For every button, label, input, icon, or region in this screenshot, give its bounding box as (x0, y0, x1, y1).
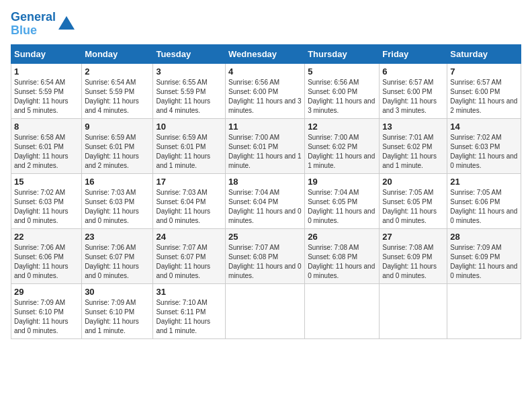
day-info: Sunrise: 6:58 AMSunset: 6:01 PMDaylight:… (14, 133, 79, 171)
day-number: 23 (85, 232, 150, 242)
calendar-cell: 6Sunrise: 6:57 AMSunset: 6:00 PMDaylight… (380, 63, 447, 118)
day-info: Sunrise: 7:00 AMSunset: 6:02 PMDaylight:… (308, 133, 376, 171)
day-number: 21 (450, 177, 518, 187)
calendar-cell: 3Sunrise: 6:55 AMSunset: 5:59 PMDaylight… (153, 63, 226, 118)
calendar-cell: 12Sunrise: 7:00 AMSunset: 6:02 PMDayligh… (305, 118, 380, 173)
day-number: 1 (14, 66, 79, 77)
day-info: Sunrise: 7:06 AMSunset: 6:06 PMDaylight:… (14, 243, 79, 281)
calendar-cell: 13Sunrise: 7:01 AMSunset: 6:02 PMDayligh… (380, 118, 447, 173)
calendar-row: 29Sunrise: 7:09 AMSunset: 6:10 PMDayligh… (11, 283, 521, 338)
day-number: 14 (450, 122, 518, 132)
calendar-cell: 19Sunrise: 7:04 AMSunset: 6:05 PMDayligh… (305, 173, 380, 228)
day-number: 28 (450, 232, 518, 242)
calendar-cell: 5Sunrise: 6:56 AMSunset: 6:00 PMDaylight… (305, 63, 380, 118)
calendar-cell: 10Sunrise: 6:59 AMSunset: 6:01 PMDayligh… (153, 118, 226, 173)
calendar-cell: 22Sunrise: 7:06 AMSunset: 6:06 PMDayligh… (11, 228, 82, 283)
calendar-table: Sunday Monday Tuesday Wednesday Thursday… (11, 44, 521, 339)
calendar-cell: 24Sunrise: 7:07 AMSunset: 6:07 PMDayligh… (153, 228, 226, 283)
col-saturday: Saturday (447, 44, 521, 63)
logo-icon (57, 15, 76, 34)
day-number: 30 (85, 287, 150, 297)
day-info: Sunrise: 7:04 AMSunset: 6:05 PMDaylight:… (308, 188, 376, 226)
day-info: Sunrise: 7:07 AMSunset: 6:07 PMDaylight:… (156, 243, 222, 281)
day-number: 29 (14, 287, 79, 297)
logo-text: General Blue (11, 11, 56, 38)
col-tuesday: Tuesday (153, 44, 226, 63)
day-info: Sunrise: 7:10 AMSunset: 6:11 PMDaylight:… (156, 298, 222, 336)
day-info: Sunrise: 7:05 AMSunset: 6:05 PMDaylight:… (382, 188, 444, 226)
day-info: Sunrise: 7:02 AMSunset: 6:03 PMDaylight:… (14, 188, 79, 226)
calendar-cell: 31Sunrise: 7:10 AMSunset: 6:11 PMDayligh… (153, 283, 226, 338)
day-info: Sunrise: 7:02 AMSunset: 6:03 PMDaylight:… (450, 133, 518, 171)
empty-cell (380, 283, 447, 338)
day-number: 18 (228, 177, 302, 187)
calendar-cell: 18Sunrise: 7:04 AMSunset: 6:04 PMDayligh… (226, 173, 305, 228)
day-number: 16 (85, 177, 150, 187)
col-monday: Monday (82, 44, 153, 63)
day-number: 10 (156, 122, 222, 132)
calendar-cell: 14Sunrise: 7:02 AMSunset: 6:03 PMDayligh… (447, 118, 521, 173)
day-number: 26 (308, 232, 376, 242)
day-number: 24 (156, 232, 222, 242)
day-info: Sunrise: 7:07 AMSunset: 6:08 PMDaylight:… (228, 243, 302, 281)
day-info: Sunrise: 6:54 AMSunset: 5:59 PMDaylight:… (14, 78, 79, 116)
day-number: 9 (85, 122, 150, 132)
calendar-cell: 29Sunrise: 7:09 AMSunset: 6:10 PMDayligh… (11, 283, 82, 338)
day-number: 8 (14, 122, 79, 132)
day-info: Sunrise: 7:09 AMSunset: 6:10 PMDaylight:… (85, 298, 150, 336)
day-number: 11 (228, 122, 302, 132)
calendar-cell: 25Sunrise: 7:07 AMSunset: 6:08 PMDayligh… (226, 228, 305, 283)
day-info: Sunrise: 7:05 AMSunset: 6:06 PMDaylight:… (450, 188, 518, 226)
day-info: Sunrise: 7:03 AMSunset: 6:04 PMDaylight:… (156, 188, 222, 226)
col-wednesday: Wednesday (226, 44, 305, 63)
col-friday: Friday (380, 44, 447, 63)
day-info: Sunrise: 7:08 AMSunset: 6:09 PMDaylight:… (382, 243, 444, 281)
day-info: Sunrise: 7:06 AMSunset: 6:07 PMDaylight:… (85, 243, 150, 281)
day-number: 20 (382, 177, 444, 187)
day-number: 2 (85, 66, 150, 77)
day-info: Sunrise: 6:57 AMSunset: 6:00 PMDaylight:… (450, 78, 518, 116)
day-number: 13 (382, 122, 444, 132)
calendar-cell: 20Sunrise: 7:05 AMSunset: 6:05 PMDayligh… (380, 173, 447, 228)
calendar-cell: 17Sunrise: 7:03 AMSunset: 6:04 PMDayligh… (153, 173, 226, 228)
calendar-cell: 15Sunrise: 7:02 AMSunset: 6:03 PMDayligh… (11, 173, 82, 228)
header-row: Sunday Monday Tuesday Wednesday Thursday… (11, 44, 521, 63)
day-info: Sunrise: 6:55 AMSunset: 5:59 PMDaylight:… (156, 78, 222, 116)
calendar-cell: 11Sunrise: 7:00 AMSunset: 6:01 PMDayligh… (226, 118, 305, 173)
calendar-cell: 26Sunrise: 7:08 AMSunset: 6:08 PMDayligh… (305, 228, 380, 283)
day-info: Sunrise: 6:57 AMSunset: 6:00 PMDaylight:… (382, 78, 444, 116)
day-number: 27 (382, 232, 444, 242)
day-info: Sunrise: 7:09 AMSunset: 6:10 PMDaylight:… (14, 298, 79, 336)
day-number: 15 (14, 177, 79, 187)
day-info: Sunrise: 7:03 AMSunset: 6:03 PMDaylight:… (85, 188, 150, 226)
day-number: 22 (14, 232, 79, 242)
day-number: 6 (382, 66, 444, 77)
logo: General Blue (11, 11, 76, 38)
day-info: Sunrise: 6:54 AMSunset: 5:59 PMDaylight:… (85, 78, 150, 116)
calendar-cell: 7Sunrise: 6:57 AMSunset: 6:00 PMDaylight… (447, 63, 521, 118)
calendar-row: 8Sunrise: 6:58 AMSunset: 6:01 PMDaylight… (11, 118, 521, 173)
calendar-cell: 23Sunrise: 7:06 AMSunset: 6:07 PMDayligh… (82, 228, 153, 283)
col-sunday: Sunday (11, 44, 82, 63)
empty-cell (226, 283, 305, 338)
calendar-cell: 4Sunrise: 6:56 AMSunset: 6:00 PMDaylight… (226, 63, 305, 118)
day-info: Sunrise: 7:01 AMSunset: 6:02 PMDaylight:… (382, 133, 444, 171)
calendar-row: 22Sunrise: 7:06 AMSunset: 6:06 PMDayligh… (11, 228, 521, 283)
calendar-cell: 16Sunrise: 7:03 AMSunset: 6:03 PMDayligh… (82, 173, 153, 228)
day-number: 12 (308, 122, 376, 132)
calendar-row: 1Sunrise: 6:54 AMSunset: 5:59 PMDaylight… (11, 63, 521, 118)
day-number: 25 (228, 232, 302, 242)
calendar-cell: 30Sunrise: 7:09 AMSunset: 6:10 PMDayligh… (82, 283, 153, 338)
day-number: 5 (308, 66, 376, 77)
calendar-cell: 2Sunrise: 6:54 AMSunset: 5:59 PMDaylight… (82, 63, 153, 118)
day-info: Sunrise: 7:00 AMSunset: 6:01 PMDaylight:… (228, 133, 302, 171)
empty-cell (305, 283, 380, 338)
col-thursday: Thursday (305, 44, 380, 63)
day-number: 4 (228, 66, 302, 77)
day-info: Sunrise: 6:56 AMSunset: 6:00 PMDaylight:… (228, 78, 302, 116)
page-header: General Blue (11, 11, 521, 38)
day-info: Sunrise: 7:09 AMSunset: 6:09 PMDaylight:… (450, 243, 518, 281)
calendar-body: 1Sunrise: 6:54 AMSunset: 5:59 PMDaylight… (11, 63, 521, 338)
calendar-cell: 8Sunrise: 6:58 AMSunset: 6:01 PMDaylight… (11, 118, 82, 173)
day-info: Sunrise: 6:59 AMSunset: 6:01 PMDaylight:… (85, 133, 150, 171)
